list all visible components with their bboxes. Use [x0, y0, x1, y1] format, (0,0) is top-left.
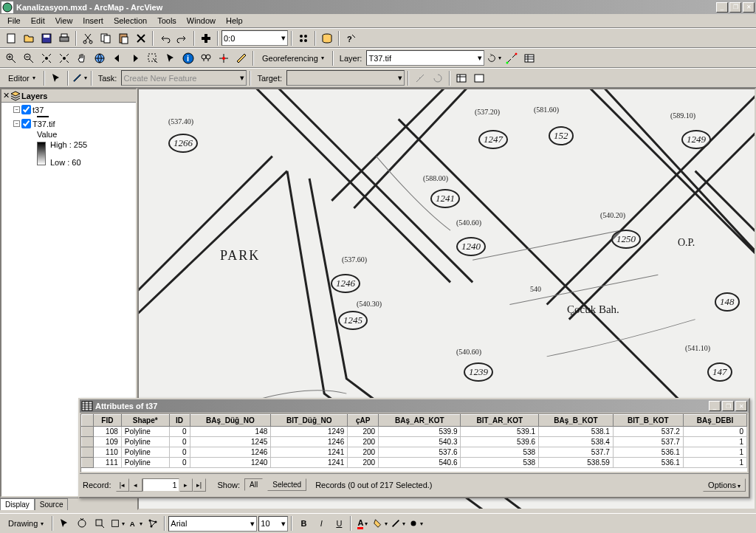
col-bas-ar[interactable]: BAş_AR_KOT [379, 415, 461, 427]
select-elements-button[interactable] [162, 50, 179, 66]
save-button[interactable] [38, 30, 55, 47]
sketch-props-button[interactable] [471, 70, 487, 86]
col-bas-debi[interactable]: BAş_DEBI [683, 415, 746, 427]
table-row[interactable]: 109Polyline012451246200540.3539.6538.453… [82, 437, 747, 447]
col-bas-dug[interactable]: BAş_Düğ_NO [190, 415, 271, 427]
menu-view[interactable]: View [51, 15, 78, 27]
undo-button[interactable] [157, 30, 173, 47]
arccatalog-button[interactable] [319, 30, 335, 47]
georeferencing-menu[interactable]: Georeferencing [257, 50, 329, 66]
record-last-button[interactable]: ▸| [193, 478, 206, 492]
pan-button[interactable] [74, 50, 90, 66]
goto-xy-button[interactable] [216, 50, 232, 66]
font-dropdown[interactable]: Arial▾ [168, 516, 257, 532]
edit-tool-button[interactable] [48, 70, 64, 86]
font-color-button[interactable]: A [354, 515, 371, 532]
attr-close-button[interactable]: ✕ [735, 401, 747, 411]
zoom-out-button[interactable] [21, 50, 37, 66]
text-tool-button[interactable]: A [127, 515, 143, 532]
maximize-button[interactable]: ❐ [729, 2, 741, 13]
georef-link-button[interactable] [504, 50, 520, 66]
edit-vertices-button[interactable] [145, 515, 161, 532]
select-features-button[interactable] [145, 50, 161, 66]
target-dropdown[interactable]: ▾ [286, 70, 405, 86]
col-bas-b[interactable]: BAş_B_KOT [539, 415, 614, 427]
scale-dropdown[interactable]: 0:0▾ [221, 30, 288, 46]
zoom-to-selected-button[interactable] [92, 515, 108, 532]
full-extent-button[interactable] [92, 50, 108, 66]
sketch-tool-button[interactable] [72, 70, 88, 86]
expand-t37tif[interactable]: − [13, 120, 20, 127]
menu-window[interactable]: Window [182, 15, 220, 27]
record-next-button[interactable]: ▸ [179, 478, 193, 492]
georef-rotate-button[interactable] [486, 50, 502, 66]
attributes-button[interactable] [453, 70, 470, 86]
italic-button[interactable]: I [313, 515, 329, 532]
size-dropdown[interactable]: 10▾ [258, 516, 288, 532]
help-button[interactable]: ? [343, 30, 359, 47]
col-fid[interactable]: FID [94, 415, 122, 427]
col-bit-ar[interactable]: BIT_AR_KOT [461, 415, 539, 427]
marker-color-button[interactable] [408, 515, 424, 532]
tab-source[interactable]: Source [35, 498, 69, 510]
menu-tools[interactable]: Tools [153, 15, 181, 27]
delete-button[interactable] [133, 30, 149, 47]
col-id[interactable]: ID [169, 415, 190, 427]
options-button[interactable]: Options [703, 478, 746, 492]
record-prev-button[interactable]: ◂ [129, 478, 142, 492]
menu-selection[interactable]: Selection [109, 15, 151, 27]
line-color-button[interactable] [390, 515, 406, 532]
record-first-button[interactable]: |◂ [116, 478, 129, 492]
layer-t37[interactable]: t37 [32, 106, 44, 114]
fixed-zoom-in-button[interactable] [38, 50, 55, 66]
underline-button[interactable]: U [331, 515, 347, 532]
attr-minimize-button[interactable]: _ [709, 401, 721, 411]
checkbox-t37tif[interactable] [21, 119, 31, 128]
minimize-button[interactable]: _ [716, 2, 728, 13]
attributes-grid[interactable]: FID Shape* ID BAş_Düğ_NO BIT_Düğ_NO çAP … [80, 413, 748, 472]
editor-menu[interactable]: Editor [3, 70, 41, 86]
prev-extent-button[interactable] [109, 50, 126, 66]
table-row[interactable]: 111Polyline012401241200540.6538538.59536… [82, 458, 747, 468]
drawing-menu[interactable]: Drawing [3, 515, 49, 532]
col-shape[interactable]: Shape* [121, 415, 169, 427]
redo-button[interactable] [174, 30, 190, 47]
attr-maximize-button[interactable]: ❐ [722, 401, 734, 411]
menu-file[interactable]: File [3, 15, 25, 27]
find-button[interactable] [198, 50, 214, 66]
editor-toolbar-button[interactable] [295, 30, 312, 47]
shape-picker-button[interactable] [109, 515, 126, 532]
layer-t37tif[interactable]: T37.tif [32, 120, 55, 128]
task-dropdown[interactable]: Create New Feature▾ [121, 70, 247, 86]
show-all-button[interactable]: All [244, 478, 263, 491]
zoom-in-button[interactable] [3, 50, 19, 66]
rotate-graphic-button[interactable] [74, 515, 90, 532]
menu-help[interactable]: Help [221, 15, 247, 27]
tab-display[interactable]: Display [0, 498, 35, 510]
layer-dropdown[interactable]: T37.tif▾ [366, 50, 484, 66]
menu-insert[interactable]: Insert [78, 15, 108, 27]
next-extent-button[interactable] [127, 50, 143, 66]
new-button[interactable] [3, 30, 19, 47]
show-selected-button[interactable]: Selected [267, 478, 306, 491]
select-graphic-button[interactable] [56, 515, 72, 532]
fill-color-button[interactable] [372, 515, 388, 532]
cut-button[interactable] [80, 30, 96, 47]
add-data-button[interactable] [198, 30, 214, 47]
paste-button[interactable] [115, 30, 131, 47]
georef-table-button[interactable] [521, 50, 537, 66]
checkbox-t37[interactable] [21, 105, 31, 114]
open-button[interactable] [21, 30, 37, 47]
rotate-button[interactable] [430, 70, 446, 86]
identify-button[interactable]: i [180, 50, 196, 66]
col-cap[interactable]: çAP [348, 415, 379, 427]
expand-t37[interactable]: − [13, 106, 20, 113]
close-button[interactable]: ✕ [743, 2, 755, 13]
bold-button[interactable]: B [295, 515, 312, 532]
attributes-titlebar[interactable]: Attributes of t37 _ ❐ ✕ [80, 399, 749, 413]
print-button[interactable] [56, 30, 72, 47]
copy-button[interactable] [97, 30, 114, 47]
fixed-zoom-out-button[interactable] [56, 50, 72, 66]
menu-edit[interactable]: Edit [27, 15, 49, 27]
col-bit-dug[interactable]: BIT_Düğ_NO [271, 415, 348, 427]
